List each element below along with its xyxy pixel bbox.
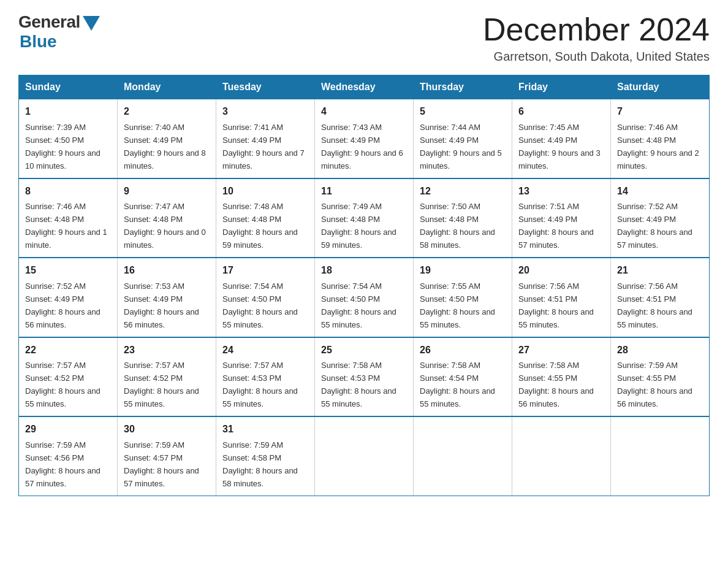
- table-row: [512, 416, 611, 496]
- table-row: 10 Sunrise: 7:48 AMSunset: 4:48 PMDaylig…: [216, 178, 315, 258]
- header-thursday: Thursday: [414, 75, 512, 99]
- table-row: 17 Sunrise: 7:54 AMSunset: 4:50 PMDaylig…: [216, 258, 315, 337]
- day-number: 21: [617, 263, 703, 278]
- day-number: 5: [420, 104, 506, 120]
- table-row: 25 Sunrise: 7:58 AMSunset: 4:53 PMDaylig…: [315, 337, 414, 416]
- calendar-table: Sunday Monday Tuesday Wednesday Thursday…: [18, 75, 710, 496]
- header-friday: Friday: [512, 75, 611, 99]
- day-info: Sunrise: 7:58 AMSunset: 4:53 PMDaylight:…: [321, 361, 396, 408]
- calendar-row: 1 Sunrise: 7:39 AMSunset: 4:50 PMDayligh…: [19, 99, 710, 178]
- header-saturday: Saturday: [611, 75, 710, 99]
- logo-general-text: General: [18, 12, 80, 32]
- day-number: 26: [420, 343, 506, 358]
- table-row: 20 Sunrise: 7:56 AMSunset: 4:51 PMDaylig…: [512, 258, 611, 337]
- day-number: 23: [124, 343, 210, 358]
- day-number: 14: [617, 184, 703, 199]
- table-row: 29 Sunrise: 7:59 AMSunset: 4:56 PMDaylig…: [19, 416, 118, 496]
- day-info: Sunrise: 7:54 AMSunset: 4:50 PMDaylight:…: [222, 282, 298, 329]
- day-number: 1: [25, 104, 111, 120]
- day-info: Sunrise: 7:45 AMSunset: 4:49 PMDaylight:…: [518, 123, 601, 170]
- day-info: Sunrise: 7:59 AMSunset: 4:55 PMDaylight:…: [617, 361, 692, 408]
- logo: General Blue: [18, 12, 100, 52]
- day-number: 19: [420, 263, 506, 278]
- day-number: 11: [321, 184, 407, 199]
- table-row: 30 Sunrise: 7:59 AMSunset: 4:57 PMDaylig…: [118, 416, 216, 496]
- table-row: 12 Sunrise: 7:50 AMSunset: 4:48 PMDaylig…: [414, 178, 512, 258]
- day-info: Sunrise: 7:59 AMSunset: 4:58 PMDaylight:…: [222, 440, 298, 488]
- calendar-row: 8 Sunrise: 7:46 AMSunset: 4:48 PMDayligh…: [19, 178, 710, 258]
- day-info: Sunrise: 7:59 AMSunset: 4:57 PMDaylight:…: [124, 440, 199, 488]
- day-number: 8: [25, 184, 111, 199]
- table-row: 31 Sunrise: 7:59 AMSunset: 4:58 PMDaylig…: [216, 416, 315, 496]
- day-info: Sunrise: 7:56 AMSunset: 4:51 PMDaylight:…: [518, 282, 594, 329]
- logo-blue-text: Blue: [20, 32, 57, 52]
- table-row: 28 Sunrise: 7:59 AMSunset: 4:55 PMDaylig…: [611, 337, 710, 416]
- day-number: 7: [617, 104, 703, 120]
- day-info: Sunrise: 7:54 AMSunset: 4:50 PMDaylight:…: [321, 282, 396, 329]
- day-info: Sunrise: 7:58 AMSunset: 4:55 PMDaylight:…: [518, 361, 594, 408]
- table-row: 18 Sunrise: 7:54 AMSunset: 4:50 PMDaylig…: [315, 258, 414, 337]
- day-number: 12: [420, 184, 506, 199]
- table-row: 13 Sunrise: 7:51 AMSunset: 4:49 PMDaylig…: [512, 178, 611, 258]
- table-row: 14 Sunrise: 7:52 AMSunset: 4:49 PMDaylig…: [611, 178, 710, 258]
- day-info: Sunrise: 7:39 AMSunset: 4:50 PMDaylight:…: [25, 123, 100, 170]
- table-row: 21 Sunrise: 7:56 AMSunset: 4:51 PMDaylig…: [611, 258, 710, 337]
- table-row: 7 Sunrise: 7:46 AMSunset: 4:48 PMDayligh…: [611, 99, 710, 178]
- day-info: Sunrise: 7:52 AMSunset: 4:49 PMDaylight:…: [617, 202, 692, 250]
- table-row: [414, 416, 512, 496]
- day-number: 29: [25, 422, 111, 437]
- table-row: 15 Sunrise: 7:52 AMSunset: 4:49 PMDaylig…: [19, 258, 118, 337]
- day-number: 3: [222, 104, 308, 120]
- table-row: 6 Sunrise: 7:45 AMSunset: 4:49 PMDayligh…: [512, 99, 611, 178]
- table-row: 1 Sunrise: 7:39 AMSunset: 4:50 PMDayligh…: [19, 99, 118, 178]
- table-row: 22 Sunrise: 7:57 AMSunset: 4:52 PMDaylig…: [19, 337, 118, 416]
- day-number: 28: [617, 343, 703, 358]
- day-number: 25: [321, 343, 407, 358]
- header-wednesday: Wednesday: [315, 75, 414, 99]
- day-info: Sunrise: 7:50 AMSunset: 4:48 PMDaylight:…: [420, 202, 495, 250]
- calendar-row: 22 Sunrise: 7:57 AMSunset: 4:52 PMDaylig…: [19, 337, 710, 416]
- day-number: 30: [124, 422, 210, 437]
- calendar-row: 15 Sunrise: 7:52 AMSunset: 4:49 PMDaylig…: [19, 258, 710, 337]
- day-number: 20: [518, 263, 604, 278]
- day-info: Sunrise: 7:40 AMSunset: 4:49 PMDaylight:…: [124, 123, 206, 170]
- day-info: Sunrise: 7:46 AMSunset: 4:48 PMDaylight:…: [25, 202, 107, 250]
- table-row: 11 Sunrise: 7:49 AMSunset: 4:48 PMDaylig…: [315, 178, 414, 258]
- day-info: Sunrise: 7:49 AMSunset: 4:48 PMDaylight:…: [321, 202, 396, 250]
- table-row: 19 Sunrise: 7:55 AMSunset: 4:50 PMDaylig…: [414, 258, 512, 337]
- logo-triangle-icon: [83, 16, 100, 31]
- day-number: 4: [321, 104, 407, 120]
- day-info: Sunrise: 7:57 AMSunset: 4:53 PMDaylight:…: [222, 361, 298, 408]
- day-info: Sunrise: 7:46 AMSunset: 4:48 PMDaylight:…: [617, 123, 699, 170]
- table-row: 5 Sunrise: 7:44 AMSunset: 4:49 PMDayligh…: [414, 99, 512, 178]
- day-info: Sunrise: 7:44 AMSunset: 4:49 PMDaylight:…: [420, 123, 502, 170]
- title-section: December 2024 Garretson, South Dakota, U…: [483, 12, 710, 64]
- table-row: 9 Sunrise: 7:47 AMSunset: 4:48 PMDayligh…: [118, 178, 216, 258]
- table-row: [611, 416, 710, 496]
- location-subtitle: Garretson, South Dakota, United States: [483, 50, 710, 64]
- day-info: Sunrise: 7:48 AMSunset: 4:48 PMDaylight:…: [222, 202, 298, 250]
- table-row: 27 Sunrise: 7:58 AMSunset: 4:55 PMDaylig…: [512, 337, 611, 416]
- table-row: 24 Sunrise: 7:57 AMSunset: 4:53 PMDaylig…: [216, 337, 315, 416]
- calendar-row: 29 Sunrise: 7:59 AMSunset: 4:56 PMDaylig…: [19, 416, 710, 496]
- day-number: 22: [25, 343, 111, 358]
- table-row: 23 Sunrise: 7:57 AMSunset: 4:52 PMDaylig…: [118, 337, 216, 416]
- day-number: 2: [124, 104, 210, 120]
- page-header: General Blue December 2024 Garretson, So…: [18, 12, 710, 64]
- day-info: Sunrise: 7:53 AMSunset: 4:49 PMDaylight:…: [124, 282, 199, 329]
- day-number: 18: [321, 263, 407, 278]
- day-number: 31: [222, 422, 308, 437]
- day-number: 17: [222, 263, 308, 278]
- table-row: 16 Sunrise: 7:53 AMSunset: 4:49 PMDaylig…: [118, 258, 216, 337]
- day-info: Sunrise: 7:47 AMSunset: 4:48 PMDaylight:…: [124, 202, 206, 250]
- table-row: 26 Sunrise: 7:58 AMSunset: 4:54 PMDaylig…: [414, 337, 512, 416]
- table-row: 8 Sunrise: 7:46 AMSunset: 4:48 PMDayligh…: [19, 178, 118, 258]
- day-number: 6: [518, 104, 604, 120]
- table-row: 4 Sunrise: 7:43 AMSunset: 4:49 PMDayligh…: [315, 99, 414, 178]
- day-info: Sunrise: 7:52 AMSunset: 4:49 PMDaylight:…: [25, 282, 100, 329]
- header-monday: Monday: [118, 75, 216, 99]
- day-info: Sunrise: 7:41 AMSunset: 4:49 PMDaylight:…: [222, 123, 305, 170]
- day-number: 9: [124, 184, 210, 199]
- calendar-header-row: Sunday Monday Tuesday Wednesday Thursday…: [19, 75, 710, 99]
- day-number: 24: [222, 343, 308, 358]
